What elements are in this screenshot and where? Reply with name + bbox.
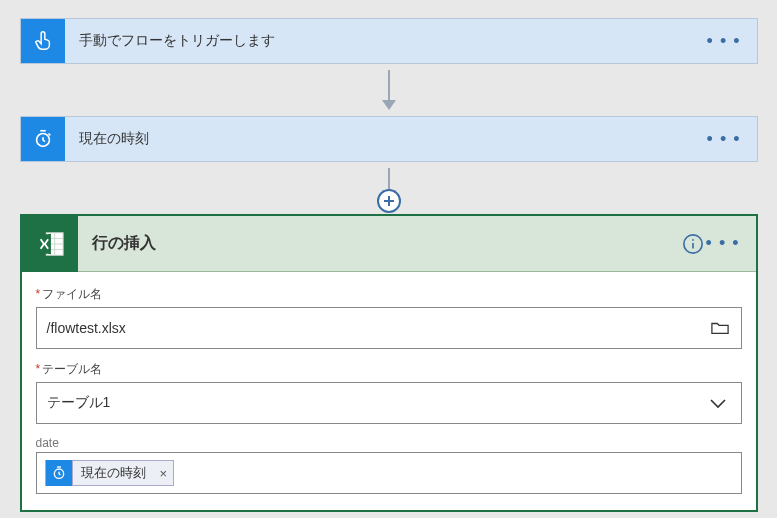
file-name-input[interactable]: /flowtest.xlsx [36, 307, 742, 349]
clock-icon [46, 460, 72, 486]
insert-row-body: *ファイル名 /flowtest.xlsx *テーブル名 テーブル1 date [22, 272, 756, 510]
table-name-select[interactable]: テーブル1 [36, 382, 742, 424]
current-time-more-button[interactable]: • • • [701, 125, 747, 154]
date-field-input[interactable]: 現在の時刻 × [36, 452, 742, 494]
trigger-step-header: 手動でフローをトリガーします • • • [21, 19, 757, 63]
table-name-label: *テーブル名 [36, 361, 742, 378]
table-name-value: テーブル1 [47, 394, 111, 412]
trigger-step-title: 手動でフローをトリガーします [79, 32, 275, 50]
add-step-button[interactable] [377, 189, 401, 213]
excel-icon [22, 216, 78, 272]
insert-row-step-title: 行の挿入 [92, 233, 156, 254]
trigger-step-card[interactable]: 手動でフローをトリガーします • • • [20, 18, 758, 64]
pill-remove-button[interactable]: × [154, 461, 174, 485]
flow-arrow-with-add [20, 168, 758, 200]
browse-folder-button[interactable] [707, 316, 733, 340]
insert-row-step-card: 行の挿入 • • • *ファイル名 /flowtest.xlsx *テーブル名 … [20, 214, 758, 512]
clock-icon [21, 117, 65, 161]
trigger-more-button[interactable]: • • • [701, 27, 747, 56]
chevron-down-icon[interactable] [703, 391, 733, 415]
date-field-label: date [36, 436, 742, 450]
pill-label: 現在の時刻 [72, 461, 154, 485]
insert-row-more-button[interactable]: • • • [700, 229, 746, 258]
file-name-label: *ファイル名 [36, 286, 742, 303]
current-time-step-title: 現在の時刻 [79, 130, 149, 148]
flow-arrow [20, 70, 758, 110]
dynamic-content-pill[interactable]: 現在の時刻 × [45, 460, 175, 486]
current-time-step-header: 現在の時刻 • • • [21, 117, 757, 161]
file-name-value: /flowtest.xlsx [47, 320, 126, 336]
insert-row-step-header[interactable]: 行の挿入 • • • [22, 216, 756, 272]
svg-point-8 [692, 238, 694, 240]
current-time-step-card[interactable]: 現在の時刻 • • • [20, 116, 758, 162]
touch-icon [21, 19, 65, 63]
